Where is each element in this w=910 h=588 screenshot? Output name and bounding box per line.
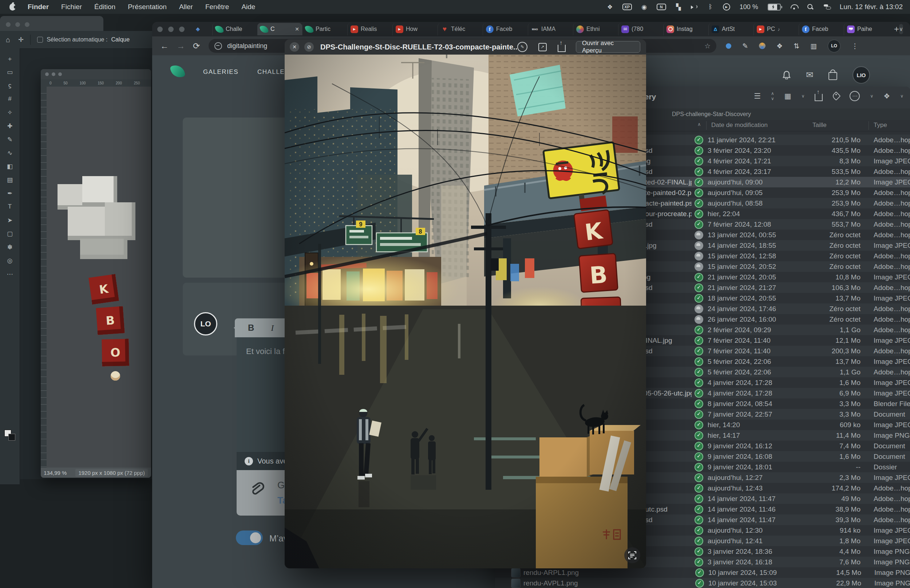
quicklook-titlebar[interactable]: ✕ ⊘ DPS-Challenge-St-Disc-RUELLE-T2-03-c… — [284, 39, 646, 55]
browser-tab[interactable]: ♪ ✕ — [191, 23, 212, 35]
battery-percent-label[interactable]: 100 % — [740, 3, 758, 11]
browser-tab[interactable]: How ♪ ✕ — [393, 23, 438, 35]
battery-icon[interactable] — [768, 4, 781, 11]
hand-tool[interactable]: ✽ — [4, 242, 15, 252]
column-date[interactable]: Date de modification — [711, 121, 768, 129]
browser-tab[interactable]: C ♪ ✕ — [257, 23, 302, 35]
tab-search-chevron[interactable]: ∨ — [899, 24, 903, 34]
column-size[interactable]: Taille — [813, 121, 827, 129]
share-icon[interactable] — [815, 94, 823, 101]
browser-tab[interactable]: Paihe ♪ ✕ — [844, 23, 889, 35]
notification-dot-icon[interactable] — [726, 43, 731, 49]
apple-menu-icon[interactable] — [10, 4, 16, 11]
menu-item[interactable]: Finder — [27, 3, 49, 11]
move-tool[interactable]: ＋ — [4, 53, 15, 64]
document-titlebar[interactable] — [41, 69, 151, 79]
browser-tab[interactable]: Partic ♪ ✕ — [302, 23, 347, 35]
menu-item[interactable]: Aller — [179, 3, 193, 11]
eyedropper-tool[interactable]: ✧ — [4, 107, 15, 118]
side-panel-icon[interactable]: ▥ — [810, 42, 817, 50]
extensions-puzzle-icon[interactable]: ❖ — [776, 42, 782, 50]
forward-button[interactable]: → — [176, 41, 185, 51]
bluetooth-icon[interactable]: ᛒ — [708, 3, 713, 11]
window-manager-icon[interactable]: ▚ — [676, 3, 681, 11]
crop-tool[interactable]: # — [4, 94, 15, 104]
auto-select-checkbox[interactable] — [37, 37, 43, 42]
brush-tool[interactable]: ✎ — [4, 134, 15, 144]
gradient-tool[interactable]: ▤ — [4, 174, 15, 185]
browser-tab[interactable]: Instag ♪ ✕ — [663, 23, 708, 35]
live-text-icon[interactable] — [624, 547, 640, 563]
tab-audio-icon[interactable]: ♪ — [777, 27, 780, 32]
breadcrumb[interactable]: DPS-challenge-Star-Discovery — [672, 111, 751, 118]
browser-tab[interactable]: IAMA ♪ ✕ — [528, 23, 573, 35]
browser-tab[interactable]: Realis ♪ ✕ — [347, 23, 393, 35]
nav-item[interactable]: GALERIES — [203, 68, 238, 76]
menu-item[interactable]: Fenêtre — [205, 3, 229, 11]
sort-chevrons-icon[interactable]: ∧∨ — [771, 91, 774, 101]
back-button[interactable]: ← — [160, 41, 168, 51]
traffic-light[interactable] — [45, 73, 49, 76]
control-center-icon[interactable] — [823, 4, 831, 10]
clone-stamp-tool[interactable]: ∿ — [4, 148, 15, 158]
zoom-icon[interactable]: ⊘ — [304, 42, 314, 52]
sync-icon[interactable]: ⇅ — [794, 42, 799, 50]
pencil-extension-icon[interactable]: ✎ — [742, 42, 748, 50]
url-text[interactable]: digitalpainting — [227, 42, 267, 50]
dropbox-icon[interactable]: ❖ — [883, 92, 890, 100]
quicklook-image[interactable]: K B O 9 — [284, 55, 646, 569]
marquee-tool[interactable]: ▭ — [4, 67, 15, 77]
extension-badge-icon[interactable] — [759, 42, 766, 49]
home-icon[interactable]: ⌂ — [6, 36, 10, 44]
menu-kebab-icon[interactable]: ⋮ — [852, 42, 858, 50]
shop-bag-icon[interactable] — [828, 72, 837, 80]
open-with-preview-button[interactable]: Ouvrir avec Aperçu — [576, 41, 640, 53]
browser-tab[interactable]: (780 ♪ ✕ — [618, 23, 663, 35]
browser-tab[interactable]: Challe ♪ ✕ — [212, 23, 257, 35]
search-icon[interactable] — [807, 4, 813, 10]
zoom-tool[interactable]: ◎ — [4, 255, 15, 266]
site-logo-icon[interactable] — [170, 63, 186, 79]
traffic-light[interactable] — [52, 73, 55, 76]
site-settings-icon[interactable] — [214, 42, 222, 50]
eraser-tool[interactable]: ◧ — [4, 161, 15, 171]
play-icon[interactable]: ▶ — [723, 3, 730, 11]
menu-item[interactable]: Édition — [94, 3, 115, 11]
menu-item[interactable]: Aide — [241, 3, 255, 11]
close-icon[interactable]: ✕ — [290, 42, 299, 52]
browser-tab[interactable]: ArtSt ♪ ✕ — [708, 23, 753, 35]
traffic-light[interactable] — [25, 22, 29, 27]
move-tool-icon[interactable]: ✛ — [18, 36, 24, 44]
browser-tab[interactable]: Ethni ♪ ✕ — [573, 23, 618, 35]
type-tool[interactable]: T — [4, 202, 15, 212]
reload-button[interactable]: ⟳ — [193, 41, 200, 51]
browser-tab[interactable]: Téléc ♪ ✕ — [438, 23, 483, 35]
notion-icon[interactable]: N — [657, 4, 666, 10]
pen-tool[interactable]: ✒ — [4, 188, 15, 198]
file-row[interactable]: rendu-ARPL1.png 10 janvier 2024, 15:09 1… — [495, 567, 910, 578]
zoom-level[interactable]: 134,99 % — [44, 470, 66, 476]
tab-close-icon[interactable]: ✕ — [295, 26, 299, 32]
profile-avatar[interactable]: LO — [828, 40, 840, 52]
path-select-tool[interactable]: ➤ — [4, 215, 15, 225]
chevron-down-icon[interactable]: ∨ — [802, 94, 805, 99]
healing-tool[interactable]: ✚ — [4, 121, 15, 131]
file-row[interactable]: rendu-AVPL1.png 10 janvier 2024, 15:03 2… — [495, 578, 910, 588]
lasso-tool[interactable]: ϛ — [4, 81, 15, 90]
color-swatches[interactable] — [4, 428, 15, 441]
site-profile-avatar[interactable]: LIO — [852, 66, 870, 84]
more-tools[interactable]: ⋯ — [4, 269, 15, 279]
group-view-icon[interactable]: ▦ — [784, 92, 791, 100]
traffic-light[interactable] — [58, 73, 62, 76]
photoshop-canvas[interactable]: K B O — [47, 87, 151, 468]
mail-icon[interactable]: ✉ — [806, 70, 813, 80]
list-view-icon[interactable]: ☰ — [754, 92, 761, 100]
open-in-window-icon[interactable]: ↗ — [538, 43, 547, 51]
bold-button[interactable]: B — [248, 323, 254, 333]
chevron-down-icon[interactable]: ∨ — [870, 94, 873, 99]
traffic-light[interactable] — [15, 22, 20, 27]
browser-tab[interactable]: Faceb ♪ ✕ — [483, 23, 528, 35]
notify-toggle[interactable] — [236, 530, 263, 545]
shape-tool[interactable]: ▢ — [4, 228, 15, 239]
bookmark-star-icon[interactable]: ☆ — [704, 42, 711, 50]
